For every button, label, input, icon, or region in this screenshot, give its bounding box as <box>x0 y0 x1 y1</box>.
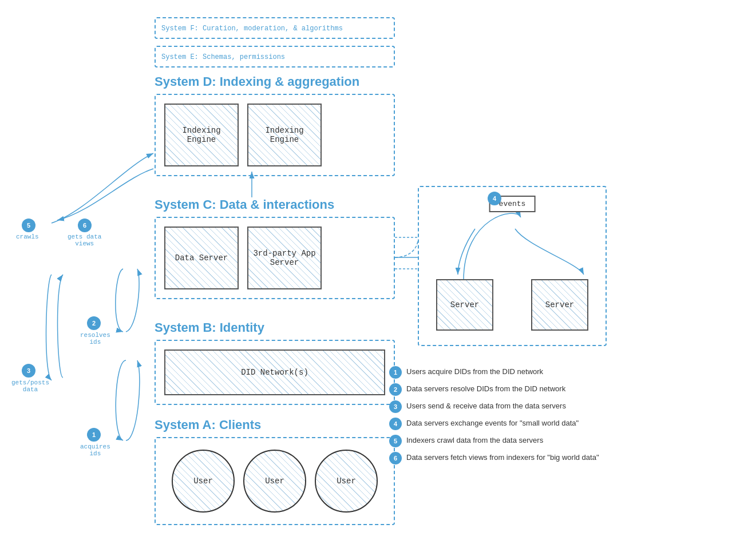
legend-badge-2: 2 <box>389 383 402 396</box>
legend-item-3: 3 Users send & receive data from the dat… <box>389 400 710 413</box>
step-badge-2: 2 <box>87 316 101 330</box>
legend-badge-5: 5 <box>389 435 402 447</box>
system-a-container: System A: Clients User User User <box>155 418 395 525</box>
system-f: System F: Curation, moderation, & algori… <box>155 17 395 39</box>
indexing-engine-2: IndexingEngine <box>247 104 322 166</box>
step-badge-1: 1 <box>87 428 101 442</box>
step-label-2: resolvesids <box>80 332 110 345</box>
legend-item-1: 1 Users acquire DIDs from the DID networ… <box>389 366 710 379</box>
step-label-6: gets dataviews <box>68 233 101 247</box>
legend-badge-6: 6 <box>389 452 402 464</box>
system-d-title: System D: Indexing & aggregation <box>155 74 395 89</box>
right-panel: events Server Server <box>418 186 607 346</box>
system-c-container: System C: Data & interactions Data Serve… <box>155 197 395 299</box>
legend-badge-1: 1 <box>389 366 402 379</box>
system-c-title: System C: Data & interactions <box>155 197 395 212</box>
system-c-box: Data Server 3rd-party AppServer <box>155 217 395 299</box>
step-label-5: crawls <box>16 233 39 240</box>
right-server-left: Server <box>436 279 493 331</box>
legend-item-2: 2 Data servers resolve DIDs from the DID… <box>389 383 710 396</box>
legend-text-4: Data servers exchange events for "small … <box>406 418 579 427</box>
data-server-box: Data Server <box>164 227 239 289</box>
system-a-box: User User User <box>155 437 395 525</box>
step-badge-5: 5 <box>22 219 35 232</box>
step-badge-3: 3 <box>22 364 35 378</box>
step-label-1: acquiresids <box>80 443 110 457</box>
legend-item-6: 6 Data servers fetch views from indexers… <box>389 452 710 464</box>
step-badge-6: 6 <box>78 219 92 232</box>
legend: 1 Users acquire DIDs from the DID networ… <box>389 366 710 469</box>
legend-text-6: Data servers fetch views from indexers f… <box>406 452 599 462</box>
diagram-container: System F: Curation, moderation, & algori… <box>0 0 732 560</box>
legend-badge-3: 3 <box>389 400 402 413</box>
legend-item-5: 5 Indexers crawl data from the data serv… <box>389 435 710 447</box>
user-circle-1: User <box>172 450 235 513</box>
system-b-container: System B: Identity DID Network(s) <box>155 320 395 405</box>
legend-text-5: Indexers crawl data from the data server… <box>406 435 543 444</box>
system-b-box: DID Network(s) <box>155 340 395 405</box>
legend-badge-4: 4 <box>389 418 402 430</box>
system-d-container: System D: Indexing & aggregation Indexin… <box>155 74 395 176</box>
step-label-3: gets/postsdata <box>11 379 49 393</box>
system-f-label: System F: Curation, moderation, & algori… <box>161 25 343 33</box>
user-circle-3: User <box>315 450 378 513</box>
system-d-box: IndexingEngine IndexingEngine <box>155 94 395 176</box>
legend-item-4: 4 Data servers exchange events for "smal… <box>389 418 710 430</box>
legend-text-1: Users acquire DIDs from the DID network <box>406 366 543 376</box>
legend-text-2: Data servers resolve DIDs from the DID n… <box>406 383 565 393</box>
right-server-right: Server <box>531 279 588 331</box>
system-a-title: System A: Clients <box>155 418 395 432</box>
third-party-server-box: 3rd-party AppServer <box>247 227 322 289</box>
user-circle-2: User <box>243 450 306 513</box>
system-e: System E: Schemas, permissions <box>155 46 395 67</box>
step-badge-4: 4 <box>488 192 501 205</box>
indexing-engine-1: IndexingEngine <box>164 104 239 166</box>
system-e-label: System E: Schemas, permissions <box>161 53 285 61</box>
did-network-box: DID Network(s) <box>164 349 385 395</box>
legend-text-3: Users send & receive data from the data … <box>406 400 566 410</box>
system-b-title: System B: Identity <box>155 320 395 335</box>
